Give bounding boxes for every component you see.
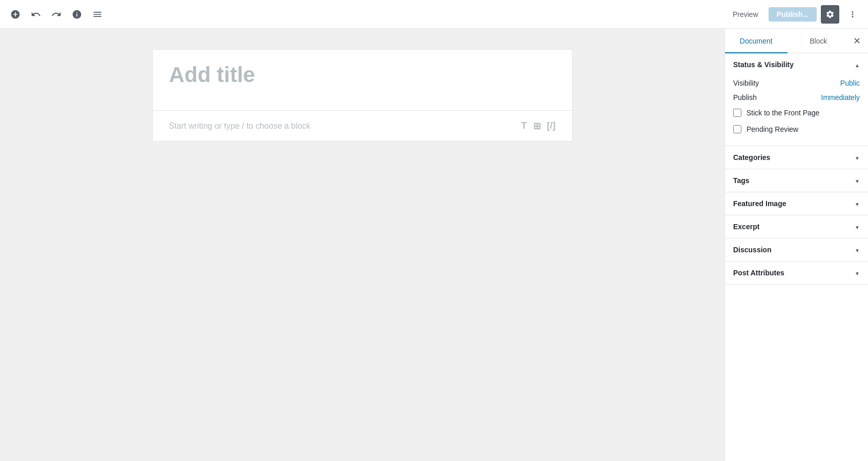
- section-featured-image-header[interactable]: Featured Image: [725, 192, 868, 215]
- tab-block[interactable]: Block: [788, 29, 850, 53]
- section-status-visibility-content: Visibility Public Publish Immediately St…: [725, 76, 868, 146]
- section-discussion: Discussion: [725, 238, 868, 262]
- preview-button[interactable]: Preview: [726, 7, 764, 22]
- section-tags-header[interactable]: Tags: [725, 169, 868, 192]
- editor-area[interactable]: Add title Start writing or type / to cho…: [0, 29, 724, 461]
- more-options-button[interactable]: [843, 5, 862, 24]
- section-excerpt-title: Excerpt: [733, 223, 759, 231]
- tab-document[interactable]: Document: [725, 29, 788, 53]
- title-placeholder: Add title: [169, 62, 556, 88]
- section-post-attributes-chevron: [855, 269, 860, 277]
- shortcode-block-icon[interactable]: [/]: [547, 121, 556, 131]
- toolbar: Preview Publish...: [0, 0, 868, 29]
- publish-value[interactable]: Immediately: [821, 93, 860, 102]
- stick-front-page-label[interactable]: Stick to the Front Page: [746, 109, 819, 117]
- redo-button[interactable]: [47, 5, 66, 24]
- pending-review-label[interactable]: Pending Review: [746, 125, 798, 133]
- info-button[interactable]: [68, 5, 86, 24]
- section-status-visibility-header[interactable]: Status & Visibility: [725, 53, 868, 76]
- publish-button[interactable]: Publish...: [769, 7, 817, 22]
- section-featured-image: Featured Image: [725, 192, 868, 215]
- undo-button[interactable]: [27, 5, 45, 24]
- section-categories-title: Categories: [733, 153, 770, 162]
- section-post-attributes: Post Attributes: [725, 262, 868, 285]
- section-categories: Categories: [725, 146, 868, 169]
- title-block[interactable]: Add title: [152, 49, 573, 111]
- toolbar-right: Preview Publish...: [726, 5, 862, 24]
- section-excerpt-chevron: [855, 223, 860, 231]
- content-block[interactable]: Start writing or type / to choose a bloc…: [152, 111, 573, 142]
- publish-row: Publish Immediately: [733, 90, 860, 105]
- section-status-visibility: Status & Visibility Visibility Public Pu…: [725, 53, 868, 146]
- block-icons: T ⊞ [/]: [521, 121, 556, 132]
- editor-canvas: Add title Start writing or type / to cho…: [152, 49, 573, 142]
- toolbar-left: [6, 5, 724, 24]
- visibility-value[interactable]: Public: [840, 79, 860, 87]
- text-block-icon[interactable]: T: [521, 121, 527, 131]
- sidebar-close-button[interactable]: ✕: [850, 34, 864, 48]
- visibility-label: Visibility: [733, 79, 759, 87]
- settings-button[interactable]: [821, 5, 839, 24]
- section-discussion-header[interactable]: Discussion: [725, 238, 868, 261]
- section-featured-image-chevron: [855, 199, 860, 208]
- section-tags-chevron: [855, 176, 860, 185]
- section-post-attributes-title: Post Attributes: [733, 269, 784, 277]
- add-block-button[interactable]: [6, 5, 25, 24]
- section-status-visibility-title: Status & Visibility: [733, 61, 794, 69]
- block-navigation-button[interactable]: [88, 5, 107, 24]
- stick-front-page-row: Stick to the Front Page: [733, 105, 860, 121]
- sidebar-tabs: Document Block ✕: [725, 29, 868, 53]
- section-post-attributes-header[interactable]: Post Attributes: [725, 262, 868, 284]
- section-status-visibility-chevron: [855, 61, 860, 69]
- section-discussion-chevron: [855, 246, 860, 254]
- section-categories-chevron: [855, 153, 860, 162]
- section-excerpt-header[interactable]: Excerpt: [725, 215, 868, 238]
- stick-front-page-checkbox[interactable]: [733, 109, 741, 117]
- pending-review-row: Pending Review: [733, 121, 860, 137]
- section-excerpt: Excerpt: [725, 215, 868, 238]
- pending-review-checkbox[interactable]: [733, 125, 741, 133]
- table-block-icon[interactable]: ⊞: [533, 121, 541, 132]
- section-discussion-title: Discussion: [733, 246, 772, 254]
- main-area: Add title Start writing or type / to cho…: [0, 29, 868, 461]
- section-tags-title: Tags: [733, 176, 750, 185]
- visibility-row: Visibility Public: [733, 76, 860, 90]
- section-categories-header[interactable]: Categories: [725, 146, 868, 169]
- section-featured-image-title: Featured Image: [733, 199, 786, 208]
- content-placeholder: Start writing or type / to choose a bloc…: [169, 122, 311, 131]
- publish-label: Publish: [733, 93, 757, 102]
- sidebar: Document Block ✕ Status & Visibility Vis…: [724, 29, 868, 461]
- section-tags: Tags: [725, 169, 868, 192]
